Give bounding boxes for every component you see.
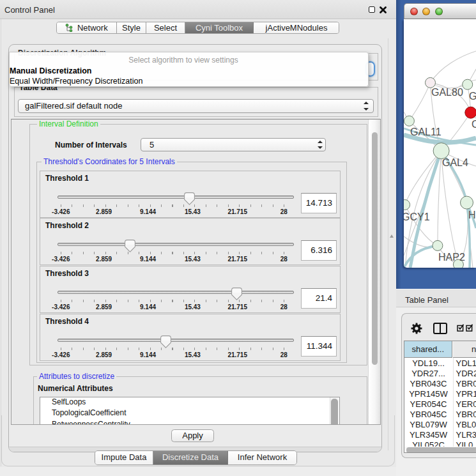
svg-text:GAL4: GAL4 <box>442 157 468 168</box>
svg-text:GCY1: GCY1 <box>404 211 430 222</box>
svg-text:GAL80: GAL80 <box>431 87 463 98</box>
svg-text:GAL11: GAL11 <box>410 127 441 137</box>
svg-text:HAP2: HAP2 <box>438 252 465 263</box>
svg-text:C: C <box>472 119 476 130</box>
svg-text:GA: GA <box>469 91 476 102</box>
svg-text:H: H <box>468 210 476 220</box>
